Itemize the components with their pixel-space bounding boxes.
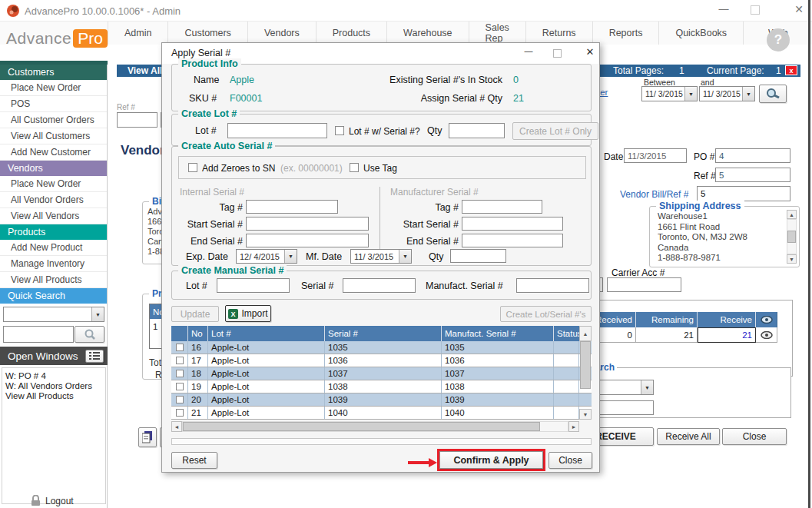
quick-search-dropdown[interactable]: ▼ [3, 307, 104, 322]
create-lot-only-button[interactable]: Create Lot # Only [512, 122, 598, 140]
nav-item-sales-rep[interactable]: Sales Rep [469, 22, 525, 45]
open-window-item[interactable]: W: PO # 4 [5, 371, 105, 381]
row-checkbox[interactable] [171, 393, 188, 406]
close-page-button[interactable]: x [785, 65, 797, 75]
quick-search-button[interactable] [75, 326, 104, 343]
window-maximize-button[interactable] [751, 5, 760, 15]
date-to-combo[interactable]: 11/ 3/2015 ▼ [699, 86, 755, 101]
window-minimize-button[interactable]: — [713, 3, 734, 18]
manual-mfg-serial-input[interactable] [516, 278, 589, 293]
sidebar-item-add-new-customer[interactable]: Add New Customer [0, 144, 107, 161]
nav-item-products[interactable]: Products [316, 22, 386, 45]
scroll-up-icon[interactable]: ▲ [787, 210, 797, 219]
ref-number-field[interactable]: 5 [715, 168, 790, 182]
internal-start-serial-input[interactable] [246, 217, 369, 231]
table-scroll-right-icon[interactable]: ► [568, 421, 579, 432]
date-from-combo[interactable]: 11/ 3/2015 ▼ [641, 86, 698, 101]
mf-date-combo[interactable]: 11/ 3/2015 ▼ [350, 249, 412, 264]
exp-date-combo[interactable]: 12/ 4/2015 ▼ [236, 249, 297, 264]
dialog-close-footer-button[interactable]: Close [549, 452, 592, 469]
dialog-minimize-button[interactable]: — [520, 46, 537, 58]
nav-item-quickbooks[interactable]: QuickBooks [658, 22, 743, 45]
po-date-field[interactable]: 11/3/2015 [624, 148, 687, 163]
table-hscrollbar[interactable]: ◄ ► [171, 421, 579, 432]
shipping-scrollbar[interactable]: ▲ ▼ [787, 210, 797, 264]
row-checkbox[interactable] [171, 380, 188, 393]
nav-item-vendors[interactable]: Vendors [247, 22, 316, 45]
table-scroll-up-icon[interactable]: ▲ [579, 326, 592, 341]
row-checkbox[interactable] [171, 407, 188, 419]
chevron-down-icon[interactable]: ▼ [399, 250, 411, 263]
vendor-bill-field[interactable]: 5 [697, 186, 790, 201]
logout-button[interactable]: Logout [31, 495, 74, 506]
dialog-maximize-button[interactable] [553, 49, 562, 58]
receive-all-button[interactable]: Receive All [657, 428, 720, 445]
use-tag-checkbox[interactable] [350, 163, 359, 172]
reset-button[interactable]: Reset [171, 452, 217, 469]
chevron-down-icon[interactable]: ▼ [684, 87, 697, 101]
lot-number-input[interactable] [227, 123, 327, 138]
confirm-apply-button[interactable]: Confirm & Apply [439, 451, 543, 469]
row-eye-button[interactable] [756, 327, 777, 343]
row-checkbox[interactable] [171, 354, 188, 367]
open-window-item[interactable]: W: All Vendors Orders [5, 381, 105, 391]
window-close-button[interactable]: ✕ [788, 3, 810, 18]
auto-qty-input[interactable] [450, 249, 506, 263]
help-icon[interactable]: ? [767, 28, 790, 51]
report-icon-button[interactable] [138, 427, 157, 447]
filter-search-button[interactable] [759, 85, 787, 103]
chevron-down-icon[interactable]: ▼ [641, 380, 653, 394]
sidebar-item-view-all-products[interactable]: View All Products [0, 272, 107, 288]
row-checkbox[interactable] [171, 341, 188, 354]
po-number-field[interactable]: 4 [715, 148, 790, 163]
sidebar-item-add-new-product[interactable]: Add New Product [0, 240, 107, 256]
nav-item-admin[interactable]: Admin [108, 22, 167, 45]
create-lot-serial-button[interactable]: Create Lot/Serial #'s [500, 306, 592, 322]
table-row[interactable]: 21Apple-Lot10401040 [171, 407, 592, 420]
quick-search-input[interactable] [3, 326, 74, 343]
scroll-down-icon[interactable]: ▼ [787, 254, 797, 264]
manual-serial-input[interactable] [343, 278, 416, 293]
sidebar-item-pos[interactable]: POS [0, 96, 107, 112]
sidebar-item-manage-inventory[interactable]: Manage Inventory [0, 256, 107, 272]
row-checkbox[interactable] [171, 367, 188, 380]
table-row[interactable]: 17Apple-Lot10361036 [171, 354, 592, 367]
table-scroll-left-icon[interactable]: ◄ [171, 421, 182, 432]
table-row[interactable]: 19Apple-Lot10381038 [171, 380, 592, 393]
chevron-down-icon[interactable]: ▼ [742, 87, 754, 101]
chevron-down-icon[interactable]: ▼ [91, 307, 104, 321]
nav-item-returns[interactable]: Returns [525, 22, 592, 45]
lot-qty-input[interactable] [449, 123, 505, 138]
receive-qty-input[interactable]: 21 [698, 327, 756, 343]
table-vscrollbar[interactable]: ▼ [579, 341, 592, 420]
sidebar-item-vendor-place-new-order[interactable]: Place New Order [0, 176, 107, 192]
update-button[interactable]: Update [171, 306, 219, 322]
nav-item-warehouse[interactable]: Warehouse [386, 22, 468, 45]
sidebar-item-all-vendor-orders[interactable]: All Vendor Orders [0, 192, 107, 208]
carrier-acc-field[interactable] [607, 277, 681, 292]
sidebar-item-view-all-customers[interactable]: View All Customers [0, 128, 107, 144]
window-list-icon[interactable] [85, 350, 104, 363]
sidebar-item-place-new-order[interactable]: Place New Order [0, 80, 107, 96]
dialog-close-button[interactable]: ✕ [582, 46, 598, 58]
table-row[interactable]: 16Apple-Lot10351035 [171, 341, 592, 354]
sidebar-item-view-all-vendors[interactable]: View All Vendors [0, 208, 107, 224]
nav-item-customers[interactable]: Customers [167, 22, 247, 45]
open-window-item[interactable]: View All Products [5, 391, 105, 401]
mfg-start-serial-input[interactable] [462, 217, 563, 231]
nav-item-reports[interactable]: Reports [592, 22, 659, 45]
chevron-down-icon[interactable]: ▼ [284, 250, 297, 263]
mfg-tag-input[interactable] [462, 200, 542, 214]
bg-ref-input[interactable] [117, 112, 157, 128]
table-row[interactable]: 20Apple-Lot10391039 [171, 393, 592, 407]
internal-tag-input[interactable] [246, 200, 338, 214]
bg-close-button[interactable]: Close [722, 428, 787, 445]
manual-lot-input[interactable] [217, 278, 290, 293]
import-button[interactable]: X Import [225, 305, 271, 322]
table-row[interactable]: 18Apple-Lot10371037 [171, 367, 592, 380]
add-zeroes-checkbox[interactable] [188, 163, 197, 172]
lot-with-serial-checkbox[interactable] [335, 126, 344, 135]
table-scroll-down-icon[interactable]: ▼ [579, 409, 592, 420]
mfg-end-serial-input[interactable] [462, 234, 563, 247]
internal-end-serial-input[interactable] [246, 234, 369, 247]
